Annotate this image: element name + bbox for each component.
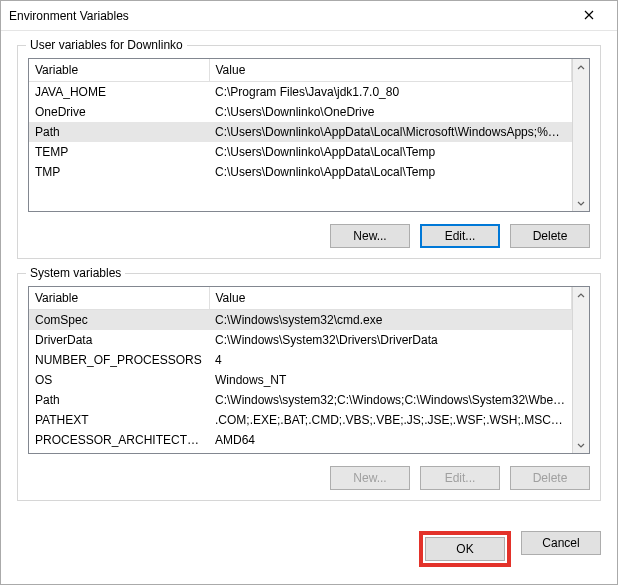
edit-button[interactable]: Edit...	[420, 224, 500, 248]
table-row[interactable]: JAVA_HOME C:\Program Files\Java\jdk1.7.0…	[29, 82, 572, 103]
table-row[interactable]: OS Windows_NT	[29, 370, 572, 390]
edit-button[interactable]: Edit...	[420, 466, 500, 490]
user-variables-group: User variables for Downlinko Variable Va…	[17, 45, 601, 259]
scroll-track[interactable]	[573, 304, 589, 436]
user-vars-table[interactable]: Variable Value JAVA_HOME C:\Program File…	[28, 58, 590, 212]
chevron-down-icon	[577, 438, 585, 452]
table-row[interactable]: PATHEXT .COM;.EXE;.BAT;.CMD;.VBS;.VBE;.J…	[29, 410, 572, 430]
new-button[interactable]: New...	[330, 466, 410, 490]
column-header-variable[interactable]: Variable	[29, 287, 209, 310]
scroll-track[interactable]	[573, 76, 589, 194]
close-icon	[584, 9, 594, 23]
table-row[interactable]: Path C:\Windows\system32;C:\Windows;C:\W…	[29, 390, 572, 410]
new-button[interactable]: New...	[330, 224, 410, 248]
user-vars-label: User variables for Downlinko	[26, 38, 187, 52]
table-row[interactable]: OneDrive C:\Users\Downlinko\OneDrive	[29, 102, 572, 122]
scroll-down-button[interactable]	[573, 194, 589, 211]
table-row[interactable]: PROCESSOR_ARCHITECTURE AMD64	[29, 430, 572, 450]
window-title: Environment Variables	[9, 9, 569, 23]
titlebar: Environment Variables	[1, 1, 617, 31]
scrollbar[interactable]	[572, 287, 589, 453]
scroll-up-button[interactable]	[573, 287, 589, 304]
chevron-down-icon	[577, 196, 585, 210]
table-row[interactable]: NUMBER_OF_PROCESSORS 4	[29, 350, 572, 370]
chevron-up-icon	[577, 61, 585, 75]
close-button[interactable]	[569, 2, 609, 30]
scroll-up-button[interactable]	[573, 59, 589, 76]
system-vars-buttons: New... Edit... Delete	[28, 466, 590, 490]
table-row[interactable]: DriverData C:\Windows\System32\Drivers\D…	[29, 330, 572, 350]
column-header-value[interactable]: Value	[209, 59, 572, 82]
table-row[interactable]: ComSpec C:\Windows\system32\cmd.exe	[29, 310, 572, 331]
scrollbar[interactable]	[572, 59, 589, 211]
scroll-down-button[interactable]	[573, 436, 589, 453]
dialog-content: User variables for Downlinko Variable Va…	[1, 31, 617, 523]
table-row[interactable]: TEMP C:\Users\Downlinko\AppData\Local\Te…	[29, 142, 572, 162]
column-header-value[interactable]: Value	[209, 287, 572, 310]
delete-button[interactable]: Delete	[510, 466, 590, 490]
system-vars-table[interactable]: Variable Value ComSpec C:\Windows\system…	[28, 286, 590, 454]
table-row[interactable]: Path C:\Users\Downlinko\AppData\Local\Mi…	[29, 122, 572, 142]
delete-button[interactable]: Delete	[510, 224, 590, 248]
table-row[interactable]: TMP C:\Users\Downlinko\AppData\Local\Tem…	[29, 162, 572, 182]
user-vars-buttons: New... Edit... Delete	[28, 224, 590, 248]
ok-button[interactable]: OK	[425, 537, 505, 561]
ok-highlight: OK	[419, 531, 511, 567]
chevron-up-icon	[577, 289, 585, 303]
dialog-buttons: OK Cancel	[1, 523, 617, 579]
system-vars-label: System variables	[26, 266, 125, 280]
cancel-button[interactable]: Cancel	[521, 531, 601, 555]
column-header-variable[interactable]: Variable	[29, 59, 209, 82]
system-variables-group: System variables Variable Value ComSpec …	[17, 273, 601, 501]
